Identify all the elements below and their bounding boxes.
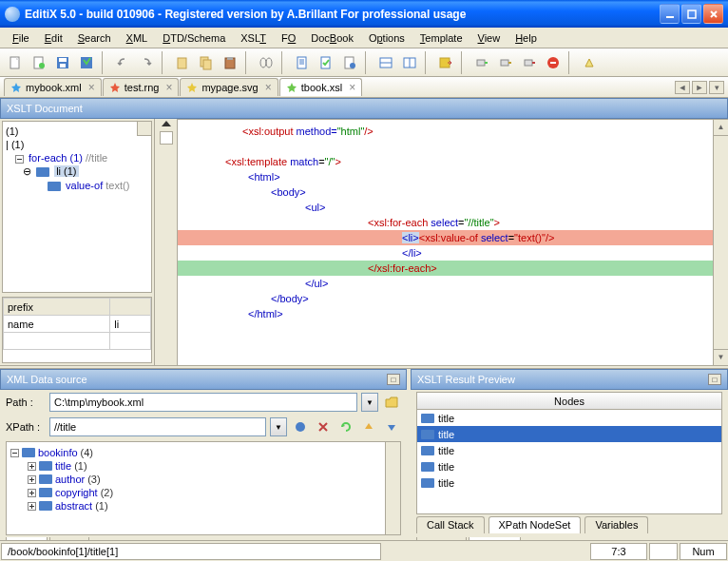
node-row[interactable]: title	[417, 410, 721, 426]
menu-view[interactable]: View	[471, 30, 508, 46]
outline-tree[interactable]: (1) | (1) for-each (1) //title ⊖ li (1) …	[2, 121, 152, 293]
close-button[interactable]	[703, 4, 723, 24]
xpath-clear-button[interactable]	[314, 417, 333, 436]
result-header: XSLT Result Preview□	[411, 369, 728, 390]
result-tabs-upper: Call Stack XPath NodeSet Variables	[411, 516, 728, 533]
tree-node[interactable]: copyright (2)	[10, 486, 396, 499]
paste-button[interactable]	[219, 51, 241, 74]
menu-dtd[interactable]: DTD/Schema	[156, 30, 232, 46]
editor-gutter[interactable]	[155, 119, 178, 365]
maximize-icon[interactable]: □	[708, 374, 721, 385]
menu-file[interactable]: File	[6, 30, 36, 46]
tab-callstack[interactable]: Call Stack	[416, 516, 485, 533]
maximize-button[interactable]	[681, 4, 701, 24]
xpath-run-button[interactable]	[291, 417, 310, 436]
nodes-header: Nodes	[417, 393, 721, 410]
menu-fo[interactable]: FO	[275, 30, 302, 46]
svg-rect-29	[550, 62, 556, 64]
save-all-button[interactable]	[75, 51, 98, 74]
copy-button[interactable]	[195, 51, 218, 74]
svg-rect-1	[688, 10, 696, 18]
code-editor[interactable]: <xsl:output method="html"/> <xsl:templat…	[178, 119, 728, 365]
node-row[interactable]: title	[417, 442, 721, 458]
debug-step-button[interactable]	[470, 51, 493, 74]
node-row[interactable]: title	[417, 458, 721, 474]
ds-tree[interactable]: bookinfo (4) title (1) author (3) copyri…	[6, 441, 401, 535]
tab-mypage[interactable]: mypage.svg×	[180, 78, 278, 96]
tree-node[interactable]: title (1)	[10, 459, 396, 473]
up-button[interactable]	[359, 417, 378, 436]
run-button[interactable]	[434, 51, 457, 74]
attributes-table[interactable]: prefix nameli	[2, 297, 152, 363]
close-icon[interactable]: ×	[165, 81, 172, 94]
tree-node[interactable]: author (3)	[10, 473, 396, 486]
new-button[interactable]	[4, 51, 27, 74]
menu-help[interactable]: Help	[508, 30, 544, 46]
split-v-button[interactable]	[398, 51, 421, 74]
nodes-list[interactable]: Nodes title title title title title	[416, 392, 722, 514]
tree-node[interactable]: bookinfo (4)	[10, 446, 396, 459]
tab-nav: ◄ ► ▾	[675, 81, 724, 94]
debug-into-button[interactable]	[494, 51, 517, 74]
path-dropdown[interactable]: ▼	[361, 393, 378, 412]
xpath-dropdown[interactable]: ▼	[270, 417, 287, 436]
tree-node[interactable]: abstract (1)	[10, 499, 396, 513]
tab-mybook[interactable]: mybook.xml×	[4, 78, 102, 96]
tree-node[interactable]: value-of text()	[6, 179, 148, 192]
validate-button[interactable]	[291, 51, 314, 74]
close-icon[interactable]: ×	[349, 81, 355, 94]
svg-rect-25	[477, 60, 485, 66]
stop-button[interactable]	[542, 51, 565, 74]
scrollbar[interactable]	[385, 442, 400, 534]
tab-xpath-nodeset[interactable]: XPath NodeSet	[489, 516, 582, 533]
debug-out-button[interactable]	[518, 51, 541, 74]
help-button[interactable]	[578, 51, 601, 74]
find-button[interactable]	[255, 51, 278, 74]
app-icon	[5, 7, 20, 22]
file-tabs: mybook.xml× test.rng× mypage.svg× tbook.…	[0, 77, 728, 98]
prev-tab-button[interactable]: ◄	[675, 81, 690, 94]
menu-xml[interactable]: XML	[120, 30, 155, 46]
close-icon[interactable]: ×	[265, 81, 272, 94]
maximize-icon[interactable]: □	[387, 374, 400, 385]
toolbar	[0, 48, 728, 77]
redo-button[interactable]	[135, 51, 158, 74]
menu-docbook[interactable]: DocBook	[304, 30, 360, 46]
bottom-panels: XML Data source□ Path : C:\tmp\mybook.xm…	[0, 369, 728, 556]
menu-search[interactable]: Search	[71, 30, 118, 46]
minimize-button[interactable]	[660, 4, 680, 24]
menu-edit[interactable]: Edit	[38, 30, 69, 46]
xpath-input[interactable]: //title	[49, 417, 266, 436]
tab-list-button[interactable]: ▾	[709, 81, 724, 94]
close-icon[interactable]: ×	[88, 81, 95, 94]
tab-test[interactable]: test.rng×	[103, 78, 180, 96]
main-content: (1) | (1) for-each (1) //title ⊖ li (1) …	[0, 119, 728, 365]
node-row[interactable]: title	[417, 474, 721, 491]
path-input[interactable]: C:\tmp\mybook.xml	[49, 393, 357, 412]
xml-datasource-panel: XML Data source□ Path : C:\tmp\mybook.xm…	[0, 369, 411, 556]
tree-node[interactable]: | (1)	[6, 138, 148, 151]
svg-point-30	[296, 422, 305, 432]
node-row[interactable]: title	[417, 426, 721, 442]
tree-node[interactable]: ⊖ li (1)	[6, 164, 148, 179]
xml-ds-header: XML Data source□	[0, 369, 407, 390]
cut-button[interactable]	[171, 51, 194, 74]
check-button[interactable]	[315, 51, 337, 74]
tree-node[interactable]: (1)	[6, 125, 148, 138]
undo-button[interactable]	[111, 51, 134, 74]
refresh-button[interactable]	[336, 417, 355, 436]
browse-button[interactable]	[382, 393, 401, 412]
down-button[interactable]	[382, 417, 401, 436]
transform-button[interactable]	[338, 51, 361, 74]
split-h-button[interactable]	[374, 51, 397, 74]
menu-options[interactable]: Options	[362, 30, 412, 46]
menu-template[interactable]: Template	[413, 30, 469, 46]
open-button[interactable]	[28, 51, 50, 74]
tab-tbook[interactable]: tbook.xsl×	[279, 78, 362, 96]
save-button[interactable]	[51, 51, 74, 74]
editor-scrollbar[interactable]	[713, 120, 728, 365]
tab-variables[interactable]: Variables	[584, 516, 648, 533]
next-tab-button[interactable]: ►	[692, 81, 707, 94]
tree-node[interactable]: for-each (1) //title	[6, 151, 148, 164]
menu-xslt[interactable]: XSLT	[234, 30, 273, 46]
